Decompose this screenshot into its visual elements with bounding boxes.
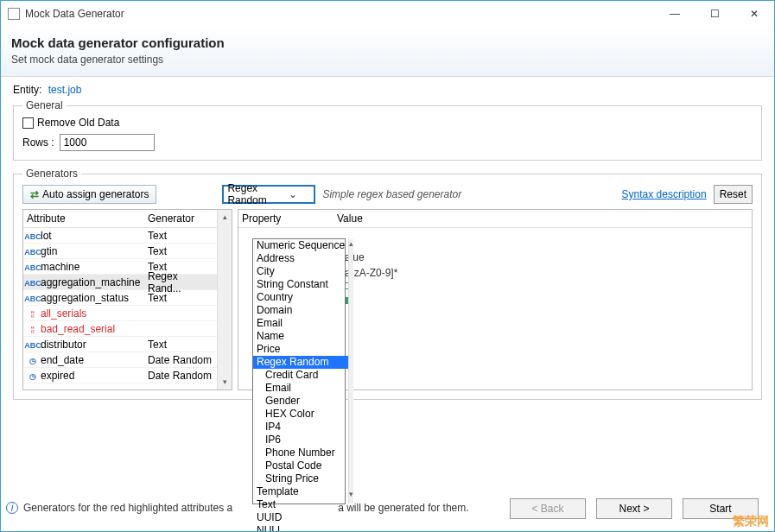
window-title: Mock Data Generator — [25, 8, 655, 20]
text-type-icon: ABC — [27, 263, 39, 272]
entity-row: Entity: test.job — [13, 84, 762, 96]
generators-legend: Generators — [22, 168, 81, 180]
scroll-up-icon[interactable]: ▴ — [349, 239, 353, 253]
generators-fieldset: Generators ⇄ Auto assign generators Rege… — [13, 168, 762, 400]
generator-value: Text — [144, 289, 217, 307]
attribute-name: machine — [41, 261, 79, 273]
attribute-name: bad_read_serial — [41, 323, 115, 335]
dropdown-item[interactable]: Gender — [253, 395, 348, 408]
dropdown-item[interactable]: Phone Number — [253, 446, 348, 459]
titlebar: Mock Data Generator — ☐ ✕ — [1, 1, 774, 27]
dropdown-item[interactable]: NULL — [253, 524, 348, 532]
table-row[interactable]: ABCaggregation_machineRegex Rand... — [23, 275, 217, 290]
info-icon: i — [6, 502, 18, 514]
back-button: < Back — [510, 498, 586, 519]
watermark: 繁荣网 — [733, 514, 769, 529]
text-type-icon: ABC — [27, 232, 39, 241]
col-value[interactable]: Value — [334, 210, 366, 227]
attribute-name: lot — [41, 230, 52, 242]
generator-description: Simple regex based generator — [322, 188, 461, 200]
generator-type-combo[interactable]: Regex Random ⌄ — [222, 185, 315, 204]
col-generator[interactable]: Generator — [144, 210, 217, 227]
remove-old-label: Remove Old Data — [37, 117, 119, 129]
generator-value: Text — [144, 227, 217, 244]
dropdown-item[interactable]: Name — [253, 330, 348, 343]
dropdown-item[interactable]: Text — [253, 498, 348, 511]
dropdown-item[interactable]: IP4 — [253, 421, 348, 434]
array-type-icon: ⦙⦙ — [27, 326, 39, 334]
reset-button[interactable]: Reset — [714, 185, 753, 204]
attributes-table: Attribute Generator ABClotTextABCgtinTex… — [22, 209, 232, 390]
generator-dropdown[interactable]: Numeric SequenceAddressCityString Consta… — [252, 238, 346, 504]
text-type-icon: ABC — [27, 294, 39, 303]
text-type-icon: ABC — [27, 341, 39, 350]
attribute-name: distributor — [41, 339, 86, 351]
array-type-icon: ⦙⦙ — [27, 310, 39, 319]
general-legend: General — [22, 99, 67, 111]
page-subtitle: Set mock data generator settings — [11, 54, 764, 66]
scroll-up-icon[interactable]: ▴ — [218, 210, 232, 225]
syntax-description-link[interactable]: Syntax description — [622, 188, 707, 200]
dropdown-item[interactable]: Price — [253, 343, 348, 356]
attribute-name: aggregation_status — [41, 292, 129, 304]
dropdown-item[interactable]: IP6 — [253, 434, 348, 446]
col-property[interactable]: Property — [238, 210, 334, 227]
assign-icon: ⇄ — [30, 188, 39, 200]
generator-value — [144, 326, 217, 332]
attribute-name: expired — [41, 370, 74, 382]
attribute-name: aggregation_machine — [41, 276, 140, 288]
dropdown-item[interactable]: Postal Code — [253, 459, 348, 472]
dropdown-item[interactable]: String Price — [253, 472, 348, 485]
dropdown-item[interactable]: HEX Color — [253, 408, 348, 421]
window-controls: — ☐ ✕ — [655, 1, 774, 27]
table-row[interactable]: ⦙⦙bad_read_serial — [23, 321, 217, 337]
entity-link[interactable]: test.job — [48, 84, 82, 96]
remove-old-checkbox[interactable] — [22, 117, 34, 129]
dropdown-item[interactable]: Email — [253, 382, 348, 395]
minimize-button[interactable]: — — [655, 1, 695, 27]
table-row[interactable]: ABCgtinText — [23, 244, 217, 259]
dropdown-item[interactable]: Credit Card — [253, 369, 348, 382]
col-attribute[interactable]: Attribute — [23, 210, 144, 227]
chevron-down-icon: ⌄ — [269, 188, 314, 200]
dropdown-item[interactable]: Email — [253, 317, 348, 330]
scroll-down-icon[interactable]: ▾ — [349, 490, 353, 504]
rows-label: Rows : — [22, 136, 54, 149]
rows-input[interactable] — [60, 134, 155, 151]
next-button[interactable]: Next > — [596, 498, 672, 519]
close-button[interactable]: ✕ — [734, 1, 774, 27]
generator-value — [144, 311, 217, 316]
dialog-header: Mock data generator configuration Set mo… — [1, 27, 774, 77]
table-row[interactable]: ABCdistributorText — [23, 337, 217, 352]
wizard-footer: < Back Next > Start — [510, 498, 759, 519]
page-title: Mock data generator configuration — [11, 35, 764, 50]
table-row[interactable]: ABCaggregation_statusText — [23, 290, 217, 306]
scroll-down-icon[interactable]: ▾ — [218, 375, 232, 390]
dropdown-item[interactable]: Numeric Sequence — [253, 239, 348, 252]
maximize-button[interactable]: ☐ — [695, 1, 734, 27]
dropdown-item[interactable]: Address — [253, 252, 348, 265]
text-type-icon: ABC — [27, 279, 39, 288]
dropdown-scrollbar[interactable]: ▴ ▾ — [348, 239, 353, 504]
attributes-scrollbar[interactable]: ▴ ▾ — [217, 210, 232, 390]
date-type-icon: ◷ — [27, 357, 39, 365]
dropdown-item[interactable]: City — [253, 265, 348, 278]
dropdown-item[interactable]: Regex Random — [253, 356, 348, 369]
text-type-icon: ABC — [27, 248, 39, 256]
attribute-name: end_date — [41, 354, 84, 366]
dropdown-item[interactable]: Country — [253, 291, 348, 304]
generator-value: Text — [144, 336, 217, 353]
table-row[interactable]: ABClotText — [23, 228, 217, 244]
dropdown-item[interactable]: Domain — [253, 304, 348, 317]
table-row[interactable]: ◷expiredDate Random — [23, 368, 217, 383]
dropdown-item[interactable]: UUID — [253, 511, 348, 524]
dropdown-item[interactable]: Template — [253, 485, 348, 498]
attribute-name: gtin — [41, 245, 57, 257]
combo-value: Regex Random — [224, 182, 269, 206]
generator-value: Text — [144, 243, 217, 260]
table-row[interactable]: ⦙⦙all_serials — [23, 306, 217, 321]
dropdown-item[interactable]: String Constant — [253, 278, 348, 291]
table-row[interactable]: ◷end_dateDate Random — [23, 352, 217, 368]
generator-value: Date Random — [144, 367, 217, 384]
auto-assign-button[interactable]: ⇄ Auto assign generators — [22, 185, 156, 204]
